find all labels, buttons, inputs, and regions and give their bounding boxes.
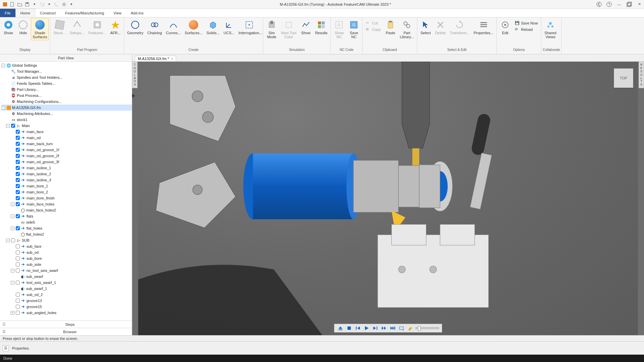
tree-item[interactable]: ⚙Machining Attributes... (1, 111, 132, 117)
tree-item[interactable]: 📮Post Process... (1, 93, 132, 99)
sim-show-button[interactable]: Show (299, 18, 313, 36)
hide-button[interactable]: Hide (16, 18, 30, 36)
steps-row[interactable]: ☲ Steps (0, 320, 132, 328)
tree-checkbox[interactable] (16, 160, 20, 164)
tree-checkbox[interactable] (16, 196, 20, 200)
tree-item[interactable]: main_face (1, 129, 132, 135)
tree-checkbox[interactable] (16, 281, 20, 285)
settings-dropdown-icon[interactable]: ▾ (68, 1, 74, 7)
viewport-3d[interactable]: T O O L B O X R E S U L T S TOP (132, 62, 644, 335)
stock-button[interactable]: Stock... (52, 18, 67, 36)
tree-checkbox[interactable] (16, 256, 20, 260)
tree-expand-icon[interactable]: − (6, 124, 10, 128)
tree-item[interactable]: 📄Feeds Speeds Tables... (1, 80, 132, 86)
tree-item[interactable]: ⚙Machining Configurations... (1, 99, 132, 105)
redo-icon[interactable] (54, 1, 60, 7)
erase-button[interactable] (407, 325, 414, 331)
fast-forward-button[interactable] (381, 325, 387, 331)
tree-item[interactable]: sub_face (1, 243, 132, 249)
undo-dropdown-icon[interactable]: ▾ (46, 1, 52, 7)
tree-expand-icon[interactable]: − (11, 215, 14, 218)
tab-file[interactable]: File (0, 9, 15, 17)
tree-item[interactable]: sub_od (1, 249, 132, 255)
shared-views-button[interactable]: Shared Views (543, 18, 558, 40)
close-icon[interactable]: ✕ (637, 2, 642, 7)
tree-checkbox[interactable] (16, 305, 20, 309)
tree-item[interactable]: −no_tool_axis_swarf (1, 267, 132, 274)
eject-button[interactable] (337, 325, 344, 331)
properties-button[interactable]: Properties... (472, 18, 495, 36)
tree-item[interactable]: ▭stock1 (1, 117, 132, 123)
tree-item[interactable]: −flats (1, 213, 132, 219)
open-icon[interactable] (17, 1, 23, 7)
play-button[interactable] (363, 325, 370, 331)
minimize-icon[interactable]: — (616, 2, 622, 7)
save-dropdown-icon[interactable]: ▾ (32, 1, 38, 7)
app-icon[interactable] (2, 1, 8, 7)
tree-checkbox[interactable] (16, 142, 20, 146)
tree-checkbox[interactable] (16, 154, 20, 158)
tree-item[interactable]: main_od_groove_1f (1, 147, 132, 153)
tree-item[interactable]: −▷Main (1, 123, 132, 129)
chaining-button[interactable]: Chaining (146, 18, 163, 36)
tree-checkbox[interactable] (16, 214, 20, 218)
tree-item[interactable]: ◯main_face_holes2 (1, 207, 132, 213)
skip-end-button[interactable] (389, 325, 396, 331)
tree-checkbox[interactable] (16, 190, 20, 194)
tree-item[interactable]: main_isoline_2 (1, 171, 132, 177)
tab-home[interactable]: Home (15, 9, 35, 17)
solids-button[interactable]: Solids... (205, 18, 221, 36)
tree-expand-icon[interactable]: − (1, 64, 5, 67)
show-button[interactable]: Show (1, 18, 15, 36)
browser-row[interactable]: ☰ Browser (0, 328, 132, 335)
tree-expand-icon[interactable]: − (11, 227, 14, 230)
tree-checkbox[interactable] (16, 311, 20, 315)
tree-item[interactable]: main_od (1, 135, 132, 141)
save-now-button[interactable]: 💾Save Now (513, 20, 540, 26)
tree-item[interactable]: main_od_groove_2f (1, 153, 132, 159)
tree-expand-icon[interactable]: − (11, 281, 14, 285)
save-icon[interactable] (24, 1, 30, 7)
tree-item[interactable]: sub_side (1, 261, 132, 267)
save-nc-button[interactable]: GSave NC (347, 18, 361, 40)
delete-button[interactable]: Delete (433, 18, 447, 36)
doc-tab-close-icon[interactable]: × (171, 57, 173, 61)
tab-addins[interactable]: Add-Ins (126, 9, 148, 17)
properties-icon[interactable]: ☰ (3, 345, 9, 351)
results-button[interactable]: Results (314, 18, 329, 36)
tree-item[interactable]: ◯flat_holes2 (1, 231, 132, 237)
tree-expand-icon[interactable]: − (1, 106, 5, 110)
step-forward-button[interactable] (372, 325, 379, 331)
document-tab[interactable]: M-A13256-GX.fm * × (135, 56, 176, 61)
step-back-button[interactable] (355, 325, 361, 331)
tree-checkbox[interactable] (16, 202, 20, 206)
tree-item[interactable]: ⌀Spindles and Tool Holders... (1, 74, 132, 80)
tree-item[interactable]: main_od_groove_3f (1, 159, 132, 165)
tree-checkbox[interactable] (16, 178, 20, 182)
tree-checkbox[interactable] (16, 244, 20, 248)
select-button[interactable]: Select (419, 18, 433, 36)
tree-item[interactable]: −▷SUB (1, 237, 132, 243)
tree-item[interactable]: 📚Part Library... (1, 86, 132, 93)
tree-expand-icon[interactable]: + (11, 311, 14, 315)
tree-checkbox[interactable] (16, 148, 20, 152)
tree-checkbox[interactable] (16, 184, 20, 188)
tree-item[interactable]: −flat_holes (1, 225, 132, 231)
tree-item[interactable]: −tool_axis_swarf_1 (1, 280, 132, 286)
tree-checkbox[interactable] (16, 172, 20, 176)
tree-item[interactable]: main_bore_finish (1, 195, 132, 201)
help-back-icon[interactable] (596, 2, 602, 7)
tree-item[interactable]: sub_od_2 (1, 292, 132, 298)
tree-checkbox[interactable] (16, 166, 20, 170)
reload-button[interactable]: ⟳Reload (513, 26, 540, 33)
new-icon[interactable] (9, 1, 15, 7)
undo-icon[interactable] (39, 1, 45, 7)
tree-item[interactable]: main_isoline_1 (1, 165, 132, 171)
shade-surfaces-button[interactable]: Shade Surfaces (31, 18, 49, 40)
tree-checkbox[interactable] (11, 238, 15, 242)
region-dropdown-button[interactable] (398, 325, 405, 331)
tree-checkbox[interactable] (16, 293, 20, 297)
tree-item[interactable]: main_bore_2 (1, 189, 132, 195)
paste-button[interactable]: Paste (383, 18, 397, 36)
tree-item[interactable]: +sub_angled_holes (1, 310, 132, 316)
